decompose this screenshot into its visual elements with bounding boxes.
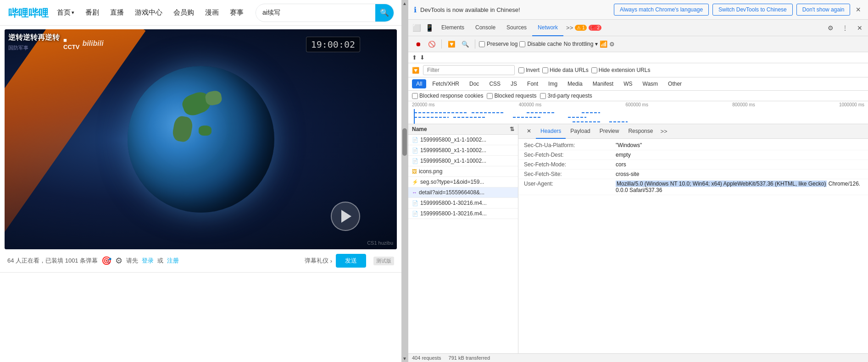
device-toolbar-icon[interactable]: 📱 — [423, 22, 436, 34]
nav-item-live[interactable]: 直播 — [107, 6, 127, 19]
search-button[interactable]: 🔍 — [375, 4, 394, 22]
send-danmaku-button[interactable]: 发送 — [336, 254, 366, 268]
table-row[interactable]: 📄 1599995800-1-30216.m4... — [408, 198, 518, 208]
nav-item-esports[interactable]: 赛事 — [227, 6, 246, 19]
timeline-label-4: 1000000 ms — [839, 102, 864, 107]
payload-tab[interactable]: Payload — [566, 124, 595, 139]
devtools-notification: ℹ DevTools is now available in Chinese! … — [408, 0, 868, 20]
table-row[interactable]: ↔ detail?aid=1555966408&... — [408, 187, 518, 198]
or-text: 或 — [157, 257, 163, 265]
nav-item-bangumi[interactable]: 番剧 — [83, 6, 102, 19]
nav-item-shop[interactable]: 会员购 — [171, 6, 197, 19]
timeline-svg — [412, 109, 864, 124]
register-link[interactable]: 注册 — [167, 257, 179, 265]
filter-button[interactable]: 🔽 — [445, 38, 457, 50]
nav-item-game[interactable]: 游戏中心 — [132, 6, 165, 19]
blocked-requests-checkbox[interactable] — [487, 93, 493, 99]
tab-console[interactable]: Console — [470, 20, 501, 36]
type-btn-ws[interactable]: WS — [619, 79, 636, 88]
headers-tab[interactable]: Headers — [536, 124, 566, 139]
user-agent-highlight: Mozilla/5.0 (Windows NT 10.0; Win64; x64… — [616, 181, 827, 187]
preserve-log-checkbox[interactable]: Preserve log — [479, 41, 517, 47]
wifi-icon: 📶 — [600, 40, 607, 48]
record-button[interactable]: ⏺ — [412, 38, 424, 50]
blocked-cookies-checkbox[interactable] — [412, 93, 418, 99]
type-btn-other[interactable]: Other — [664, 79, 686, 88]
header-name-sec-fetch-mode: Sec-Fetch-Mode: — [524, 161, 616, 168]
hide-ext-urls-checkbox[interactable]: Hide extension URLs — [591, 67, 651, 73]
type-btn-js[interactable]: JS — [506, 79, 521, 88]
headers-tab-more[interactable]: >> — [657, 128, 670, 135]
clear-button[interactable]: 🚫 — [426, 38, 438, 50]
devtools-panel: ℹ DevTools is now available in Chinese! … — [408, 0, 868, 362]
header-value-sec-fetch-dest: empty — [616, 152, 862, 158]
filter-input[interactable] — [423, 65, 515, 75]
type-btn-all[interactable]: All — [412, 79, 426, 88]
close-detail-button[interactable]: ✕ — [522, 124, 536, 139]
header-name-sec-fetch-dest: Sec-Fetch-Dest: — [524, 152, 616, 158]
type-btn-font[interactable]: Font — [523, 79, 542, 88]
table-row[interactable]: 📄 1599995800-1-30216.m4... — [408, 208, 518, 219]
type-btn-doc[interactable]: Doc — [465, 79, 483, 88]
tab-sources[interactable]: Sources — [501, 20, 532, 36]
table-row[interactable]: 📄 1599995800_x1-1-10002... — [408, 156, 518, 166]
table-row[interactable]: 📄 1599995800_x1-1-10002... — [408, 135, 518, 145]
nav-item-manga[interactable]: 漫画 — [202, 6, 222, 19]
danmaku-gift-btn[interactable]: 弹幕礼仪 › — [305, 257, 332, 265]
scroll-up-arrow[interactable]: ▲ — [402, 1, 407, 6]
browser-scrollbar[interactable]: ▲ ▼ — [401, 0, 408, 362]
devtools-close-icon[interactable]: ✕ — [853, 22, 866, 34]
always-match-lang-button[interactable]: Always match Chrome's language — [614, 4, 709, 16]
bilibili-logo[interactable]: 哔哩哔哩 — [7, 5, 49, 20]
table-row[interactable]: 📄 1599995800_x1-1-10002... — [408, 145, 518, 156]
switch-to-chinese-button[interactable]: Switch DevTools to Chinese — [712, 4, 793, 16]
hide-data-urls-checkbox[interactable]: Hide data URLs — [542, 67, 589, 73]
filter-bar: 🔽 Invert Hide data URLs Hide extension U… — [408, 63, 868, 77]
doc-icon: 📄 — [412, 158, 418, 164]
search-input[interactable] — [256, 5, 375, 20]
filter-funnel-icon: 🔽 — [412, 67, 419, 74]
disable-cache-checkbox[interactable]: Disable cache — [519, 41, 562, 47]
scrollbar-thumb[interactable] — [402, 128, 407, 156]
devtools-settings-icon[interactable]: ⚙ — [824, 22, 837, 34]
type-btn-img[interactable]: Img — [544, 79, 562, 88]
type-btn-fetch-xhr[interactable]: Fetch/XHR — [428, 79, 463, 88]
nav-item-home[interactable]: 首页 ▾ — [54, 6, 77, 19]
tab-elements[interactable]: Elements — [436, 20, 470, 36]
type-btn-css[interactable]: CSS — [485, 79, 505, 88]
sort-icon[interactable]: ⇅ — [510, 126, 514, 132]
upload-icon[interactable]: ⬆ — [412, 54, 417, 61]
play-button-overlay[interactable] — [331, 202, 360, 231]
network-settings-icon[interactable]: ⚙ — [609, 41, 615, 48]
scroll-down-arrow[interactable]: ▼ — [402, 356, 407, 361]
inspect-element-icon[interactable]: ⬜ — [410, 22, 423, 34]
response-tab[interactable]: Response — [623, 124, 657, 139]
search-button-network[interactable]: 🔍 — [459, 38, 471, 50]
preview-tab[interactable]: Preview — [595, 124, 624, 139]
dont-show-again-button[interactable]: Don't show again — [796, 4, 851, 16]
network-toolbar-row2: ⬆ ⬇ — [408, 52, 868, 63]
type-btn-manifest[interactable]: Manifest — [589, 79, 618, 88]
devtools-tab-bar: ⬜ 📱 Elements Console Sources Network >> … — [408, 20, 868, 36]
table-row[interactable]: 🖼 icons.png — [408, 166, 518, 177]
beam-visual — [5, 29, 145, 249]
danmaku-icon-2[interactable]: ⚙ — [115, 256, 122, 266]
notif-close-icon[interactable]: × — [854, 5, 862, 15]
doc-icon: 📄 — [412, 148, 418, 154]
third-party-checkbox[interactable] — [540, 93, 546, 99]
danmaku-icon-1[interactable]: 🎯 — [101, 256, 111, 266]
type-btn-wasm[interactable]: Wasm — [639, 79, 662, 88]
devtools-more-icon[interactable]: ⋮ — [839, 22, 851, 34]
type-btn-media[interactable]: Media — [563, 79, 587, 88]
login-link[interactable]: 登录 — [142, 257, 154, 265]
download-icon[interactable]: ⬇ — [420, 54, 425, 61]
invert-checkbox[interactable]: Invert — [518, 67, 540, 73]
blocked-requests-opt: Blocked requests — [487, 93, 536, 99]
tab-network[interactable]: Network — [532, 20, 563, 36]
table-row[interactable]: ⚡ seg.so?type=1&oid=159... — [408, 177, 518, 187]
headers-panel: ✕ Headers Payload Preview Response >> S — [518, 124, 868, 353]
warning-badge: ⚠ 1 — [575, 25, 586, 31]
network-main-content: Name ⇅ 📄 1599995800_x1-1-10002... 📄 1599… — [408, 124, 868, 353]
throttling-select[interactable]: No throttling ▾ — [564, 41, 598, 47]
tab-more-button[interactable]: >> ⚠ 1 🚩 2 — [563, 20, 604, 36]
